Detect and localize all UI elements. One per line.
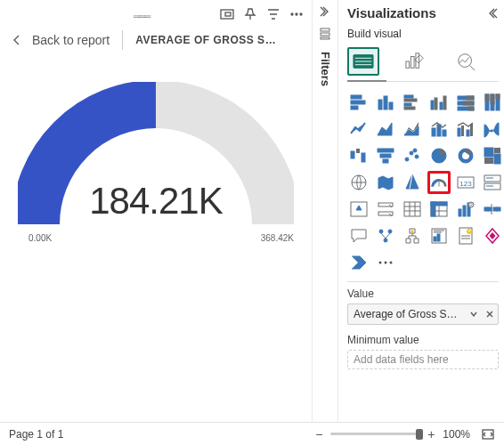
viz-100-stacked-column[interactable] [481, 91, 504, 114]
visualizations-title: Visualizations [347, 5, 436, 20]
viz-powerapps[interactable] [481, 224, 504, 247]
svg-rect-34 [463, 101, 474, 105]
viz-funnel[interactable] [374, 144, 397, 167]
viz-stacked-bar[interactable] [347, 91, 370, 114]
svg-point-59 [413, 149, 417, 152]
svg-rect-36 [468, 107, 474, 110]
zoom-control: − + 100% [313, 427, 495, 441]
field-dropdown-icon[interactable] [466, 310, 482, 319]
svg-rect-43 [432, 128, 435, 136]
build-visual-label: Build visual [347, 28, 499, 40]
focus-mode-icon[interactable] [219, 6, 235, 22]
viz-clustered-bar[interactable] [401, 91, 424, 114]
viz-slicer[interactable] [374, 198, 397, 221]
viz-scatter[interactable] [401, 144, 424, 167]
viz-line-stacked-column[interactable] [427, 117, 451, 141]
viz-python-visual[interactable] [481, 198, 504, 221]
divider [122, 30, 123, 50]
viz-clustered-column[interactable] [427, 91, 451, 114]
svg-text:123: 123 [459, 180, 472, 188]
svg-point-3 [296, 13, 297, 15]
pin-icon[interactable] [242, 6, 258, 22]
svg-point-58 [415, 155, 419, 158]
svg-rect-19 [351, 106, 358, 109]
svg-rect-78 [404, 202, 420, 216]
svg-rect-54 [380, 154, 391, 158]
minimum-field-well[interactable]: Add data fields here [347, 350, 499, 369]
viz-line-clustered-column[interactable] [454, 117, 477, 141]
viz-decomposition-tree[interactable] [401, 224, 424, 247]
viz-azure-map[interactable] [401, 171, 424, 194]
back-chevron-icon[interactable] [11, 34, 23, 46]
viz-matrix[interactable] [427, 198, 451, 221]
svg-rect-28 [435, 98, 437, 109]
tab-analytics[interactable] [451, 47, 483, 76]
zoom-thumb[interactable] [416, 429, 423, 440]
svg-rect-103 [437, 234, 440, 241]
viz-key-influencers[interactable] [374, 224, 397, 247]
viz-smart-narrative[interactable] [427, 224, 451, 247]
svg-rect-51 [356, 149, 360, 153]
svg-rect-42 [496, 94, 500, 99]
expand-filters-icon[interactable] [319, 5, 331, 18]
viz-area[interactable] [374, 117, 397, 141]
svg-point-2 [291, 13, 293, 15]
zoom-in-button[interactable]: + [425, 428, 437, 441]
drag-handle-icon[interactable]: ═══ [134, 12, 155, 17]
filter-icon[interactable] [265, 6, 281, 22]
svg-rect-18 [351, 101, 365, 104]
viz-treemap[interactable] [481, 144, 504, 167]
value-field-well[interactable]: Average of Gross Sales [347, 303, 499, 325]
viz-100-stacked-bar[interactable] [454, 91, 477, 114]
viz-stacked-area[interactable] [401, 117, 424, 141]
viz-more[interactable] [374, 251, 397, 274]
collapse-pane-icon[interactable] [486, 7, 499, 20]
page-indicator: Page 1 of 1 [9, 428, 63, 441]
more-options-icon[interactable] [289, 6, 305, 22]
svg-rect-102 [434, 237, 436, 241]
fit-to-page-icon[interactable] [481, 427, 495, 441]
status-bar: Page 1 of 1 − + 100% [0, 422, 504, 445]
viz-pie[interactable] [427, 144, 451, 167]
zoom-slider[interactable] [330, 433, 419, 435]
viz-map[interactable] [347, 171, 370, 194]
viz-power-automate[interactable] [347, 251, 370, 274]
viz-card[interactable]: 123 [454, 171, 477, 194]
viz-kpi[interactable] [347, 198, 370, 221]
viz-filled-map[interactable] [374, 171, 397, 194]
filters-pane-label[interactable]: Filters [319, 52, 332, 86]
viz-r-visual[interactable]: R [454, 198, 477, 221]
svg-point-99 [388, 230, 392, 233]
svg-rect-48 [467, 130, 469, 136]
gauge-min-label: 0.00K [28, 233, 52, 243]
viz-multi-row-card[interactable] [481, 171, 504, 194]
svg-rect-65 [494, 154, 500, 164]
svg-rect-40 [491, 94, 494, 104]
svg-rect-6 [321, 33, 329, 36]
viz-qna[interactable] [347, 224, 370, 247]
viz-stacked-column[interactable] [374, 91, 397, 114]
viz-waterfall[interactable] [347, 144, 370, 167]
svg-rect-45 [443, 130, 446, 136]
tab-build-visual[interactable] [347, 47, 379, 76]
tab-format-visual[interactable] [399, 47, 431, 76]
field-remove-icon[interactable] [482, 310, 498, 319]
svg-point-111 [385, 262, 387, 264]
svg-rect-7 [321, 37, 329, 39]
viz-ribbon[interactable] [481, 117, 504, 141]
filters-icon[interactable] [318, 27, 332, 41]
viz-line[interactable] [347, 117, 370, 141]
svg-rect-20 [378, 100, 382, 109]
filters-pane-collapsed: Filters [312, 0, 338, 422]
viz-table[interactable] [401, 198, 424, 221]
visualizations-pane: Visualizations Build visual [338, 0, 504, 445]
viz-paginated-report[interactable] [454, 224, 477, 247]
viz-donut[interactable] [454, 144, 477, 167]
zoom-out-button[interactable]: − [313, 428, 325, 441]
viz-gauge[interactable] [427, 171, 451, 194]
back-to-report-link[interactable]: Back to report [32, 33, 110, 47]
gauge-visual[interactable]: 184.21K 0.00K 368.42K [0, 59, 312, 260]
svg-rect-89 [463, 206, 466, 216]
svg-rect-24 [404, 99, 417, 101]
svg-rect-38 [485, 94, 489, 101]
